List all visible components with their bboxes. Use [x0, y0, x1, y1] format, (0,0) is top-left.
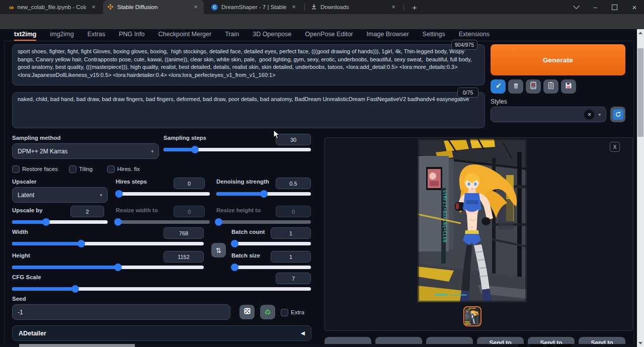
tab-close-icon[interactable]: ×	[90, 3, 98, 11]
screen: ∞ new_colab_file.ipynb - Colaborat × Sta…	[0, 0, 644, 347]
batch-size-input[interactable]: 1	[271, 251, 311, 263]
scroll-down-icon[interactable]	[638, 342, 642, 344]
hires-steps-slider[interactable]	[116, 190, 210, 198]
page-scrollbar[interactable]	[637, 29, 644, 347]
width-label: Width	[12, 229, 28, 235]
width-input[interactable]: 768	[164, 227, 204, 239]
scrollbar-thumb[interactable]	[637, 48, 643, 137]
slider-knob[interactable]	[71, 285, 79, 293]
upscale-by-slider[interactable]	[12, 218, 108, 226]
generated-image[interactable]	[418, 139, 527, 302]
negative-token-counter: 0/75	[457, 88, 478, 98]
slider-knob[interactable]	[77, 240, 85, 247]
sampling-steps-slider[interactable]	[164, 146, 311, 153]
extra-networks-button[interactable]	[526, 79, 541, 94]
tab-close-icon[interactable]: ×	[290, 3, 298, 11]
seed-label: Seed	[12, 296, 26, 302]
apply-style-button[interactable]	[543, 79, 558, 94]
close-preview-button[interactable]: X	[610, 142, 620, 152]
tab-txt2img[interactable]: txt2img	[14, 31, 36, 41]
upscaler-dropdown[interactable]: Latent ▾	[12, 187, 108, 203]
tab-3d-openpose[interactable]: 3D Openpose	[253, 31, 291, 41]
tab-title: new_colab_file.ipynb - Colaborat	[17, 4, 86, 10]
random-seed-button[interactable]	[239, 305, 255, 319]
gallery-thumbnail[interactable]	[463, 306, 481, 326]
tiling-checkbox[interactable]	[69, 165, 76, 173]
denoising-input[interactable]: 0.5	[276, 178, 311, 189]
mouse-cursor	[273, 130, 280, 140]
sampling-method-dropdown[interactable]: DPM++ 2M Karras ▾	[12, 143, 159, 159]
slider-knob[interactable]	[191, 146, 199, 153]
height-input[interactable]: 1152	[164, 251, 204, 263]
slider-knob	[215, 218, 222, 226]
refresh-styles-button[interactable]	[610, 107, 625, 122]
batch-count-slider[interactable]	[231, 240, 311, 247]
denoising-slider[interactable]	[216, 190, 311, 198]
tab-openpose-editor[interactable]: OpenPose Editor	[305, 31, 353, 41]
batch-size-slider[interactable]	[231, 264, 311, 271]
slider-knob[interactable]	[231, 264, 238, 271]
slider-knob[interactable]	[260, 190, 268, 198]
tab-img2img[interactable]: img2img	[50, 31, 73, 41]
slider-knob[interactable]	[231, 240, 238, 247]
paste-params-button[interactable]	[491, 79, 506, 94]
restore-faces-checkbox[interactable]	[12, 165, 20, 173]
reuse-seed-button[interactable]: ♻	[260, 305, 275, 319]
adetailer-accordion[interactable]: ADetailer ◀	[12, 325, 311, 341]
browser-tab-downloads[interactable]: Downloads ×	[307, 0, 401, 14]
save-style-button[interactable]	[561, 79, 576, 94]
tab-extensions[interactable]: Extensions	[459, 31, 490, 41]
tab-png-info[interactable]: PNG Info	[119, 31, 144, 41]
window-close-button[interactable]: ×	[626, 0, 643, 14]
tab-image-browser[interactable]: Image Browser	[367, 31, 409, 41]
tab-train[interactable]: Train	[225, 31, 239, 41]
cfg-scale-slider[interactable]	[12, 285, 311, 293]
maximize-icon	[612, 5, 617, 10]
cfg-scale-input[interactable]: 7	[276, 273, 311, 284]
tab-close-icon[interactable]: ×	[389, 3, 397, 11]
hires-fix-checkbox[interactable]	[107, 165, 115, 173]
upscale-by-input[interactable]: 2	[70, 206, 104, 217]
hires-fix-label: Hires. fix	[117, 166, 140, 172]
slider-knob[interactable]	[42, 218, 50, 226]
scroll-up-icon[interactable]	[638, 32, 642, 34]
slider-knob[interactable]	[114, 264, 122, 271]
browser-tab-dreamshaper[interactable]: C DreamShaper - 7 | Stable Diffusio ×	[207, 0, 302, 14]
tab-settings[interactable]: Settings	[423, 31, 445, 41]
recycle-icon: ♻	[264, 308, 271, 316]
new-tab-button[interactable]: +	[408, 0, 422, 14]
browser-tab-stable-diffusion[interactable]: Stable Diffusion ×	[103, 0, 204, 14]
height-slider[interactable]	[12, 264, 204, 271]
denoising-label: Denoising strength	[216, 179, 269, 185]
generate-button[interactable]: Generate	[491, 44, 625, 75]
sampling-steps-input[interactable]: 30	[276, 134, 311, 145]
upscaler-label: Upscaler	[12, 179, 37, 185]
browser-tab-colab[interactable]: ∞ new_colab_file.ipynb - Colaborat ×	[5, 0, 102, 14]
clear-styles-icon[interactable]: ×	[584, 110, 594, 120]
negative-prompt-textarea[interactable]: naked, child, bad hand, bad draw, bad dr…	[12, 92, 485, 128]
swap-dimensions-button[interactable]: ⇅	[211, 243, 226, 257]
clear-prompt-button[interactable]	[508, 79, 523, 94]
extra-seed-checkbox[interactable]	[281, 309, 288, 316]
card-icon	[530, 81, 537, 92]
resize-height-label: Resize height to	[216, 207, 261, 213]
resize-width-label: Resize width to	[116, 207, 158, 213]
tab-separator	[304, 4, 305, 11]
window-chevron-button[interactable]	[568, 0, 585, 14]
tab-checkpoint-merger[interactable]: Checkpoint Merger	[158, 31, 212, 41]
window-maximize-button[interactable]	[606, 0, 623, 14]
thumbnail-image	[465, 308, 480, 325]
slider-knob[interactable]	[115, 190, 123, 198]
clipboard-icon	[547, 81, 554, 92]
width-slider[interactable]	[12, 240, 204, 247]
window-minimize-button[interactable]: –	[587, 0, 604, 14]
tab-extras[interactable]: Extras	[88, 31, 105, 41]
seed-input[interactable]: -1	[12, 304, 230, 320]
tab-close-icon[interactable]: ×	[192, 3, 200, 11]
batch-count-input[interactable]: 1	[271, 227, 311, 239]
styles-dropdown[interactable]: × ▾	[491, 107, 606, 122]
hires-steps-input[interactable]: 0	[174, 178, 205, 189]
tab-title: Stable Diffusion	[117, 4, 188, 10]
prompt-textarea[interactable]: sport shoes, fighter, fight, fight Glove…	[12, 44, 485, 85]
slider-knob	[114, 218, 122, 226]
